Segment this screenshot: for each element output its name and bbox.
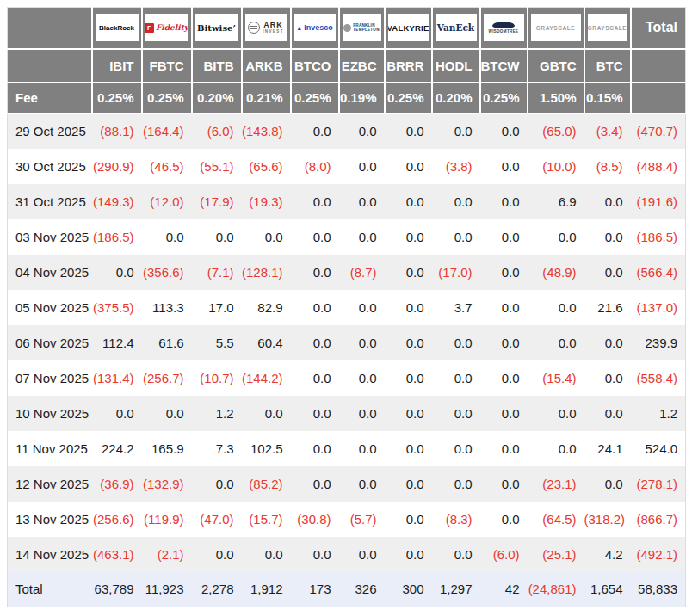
fee-value: 0.25%	[291, 83, 339, 114]
total-value-cell: 1,297	[432, 572, 480, 607]
flow-value-cell: 0.0	[480, 431, 528, 466]
flow-value-cell: 0.0	[528, 396, 584, 431]
flow-value-cell: (164.4)	[142, 114, 192, 149]
flow-value-cell: 0.0	[584, 184, 631, 219]
flow-value-cell: 0.0	[432, 325, 480, 360]
provider-header-cell: WISDOMTREE	[480, 8, 528, 49]
flow-value-cell: 3.7	[432, 290, 480, 325]
flow-value-cell: 0.0	[480, 396, 528, 431]
flow-value-cell: (470.7)	[631, 114, 686, 149]
date-cell: 14 Nov 2025	[8, 537, 92, 572]
flow-value-cell: 0.0	[291, 184, 339, 219]
table-body: 29 Oct 2025(88.1)(164.4)(6.0)(143.8)0.00…	[8, 114, 686, 607]
flow-value-cell: 0.0	[385, 502, 432, 537]
flow-value-cell: 0.0	[584, 255, 631, 290]
flow-value-cell: 0.0	[385, 149, 432, 184]
valkyrie-logo: VALKYRIE	[388, 23, 429, 33]
flow-value-cell: 0.0	[385, 325, 432, 360]
flow-value-cell: 0.0	[432, 360, 480, 396]
provider-header-cell: ▲Invesco	[291, 8, 339, 49]
flow-value-cell: 0.0	[432, 184, 480, 219]
flow-value-cell: (47.0)	[192, 502, 242, 537]
ticker-ARKB: ARKB	[242, 49, 291, 83]
flow-value-cell: (566.4)	[631, 255, 686, 290]
fee-value: 1.50%	[528, 83, 584, 114]
total-value-cell: 42	[480, 572, 528, 607]
flow-value-cell: 224.2	[92, 431, 142, 466]
corner-cell	[8, 8, 92, 49]
flow-value-cell: 524.0	[631, 431, 686, 466]
flow-value-cell: (55.1)	[192, 149, 242, 184]
flow-value-cell: 0.0	[480, 219, 528, 255]
flow-value-cell: (8.3)	[432, 502, 480, 537]
flow-value-cell: 6.9	[528, 184, 584, 219]
logo-box: Bitwise’	[195, 14, 238, 41]
flow-value-cell: 0.0	[480, 290, 528, 325]
fidelity-f-icon: F	[145, 23, 154, 33]
table-row: 05 Nov 2025(375.5)113.317.082.90.00.00.0…	[8, 290, 686, 325]
table-row: 12 Nov 2025(36.9)(132.9)0.0(85.2)0.00.00…	[8, 466, 686, 502]
flow-value-cell: 112.4	[92, 325, 142, 360]
flow-value-cell: 0.0	[339, 149, 385, 184]
total-value-cell: 300	[385, 572, 432, 607]
flow-value-cell: 0.0	[432, 431, 480, 466]
flow-value-cell: (65.6)	[242, 149, 291, 184]
flow-value-cell: 0.0	[432, 396, 480, 431]
flow-value-cell: 0.0	[339, 114, 385, 149]
flow-value-cell: 24.1	[584, 431, 631, 466]
table-row: 11 Nov 2025224.2165.97.3102.50.00.00.00.…	[8, 431, 686, 466]
fee-value: 0.20%	[432, 83, 480, 114]
flow-value-cell: 0.0	[480, 255, 528, 290]
flow-value-cell: 0.0	[192, 537, 242, 572]
flow-value-cell: (25.1)	[528, 537, 584, 572]
flow-value-cell: 165.9	[142, 431, 192, 466]
flow-value-cell: 0.0	[432, 114, 480, 149]
flow-value-cell: (88.1)	[92, 114, 142, 149]
logo-box: ARKINVEST	[245, 14, 287, 41]
flow-value-cell: (5.7)	[339, 502, 385, 537]
wisdomtree-tree-icon	[492, 22, 515, 28]
franklin-circle-icon	[343, 24, 351, 32]
logo-box: FRANKLINTEMPLETON	[343, 14, 381, 41]
fee-value: 0.21%	[242, 83, 291, 114]
flow-value-cell: 17.0	[192, 290, 242, 325]
flow-value-cell: (131.4)	[92, 360, 142, 396]
flow-value-cell: 0.0	[385, 290, 432, 325]
flow-value-cell: 0.0	[385, 466, 432, 502]
total-value-cell: (24,861)	[528, 572, 584, 607]
flow-value-cell: 0.0	[291, 537, 339, 572]
flow-value-cell: 0.0	[385, 219, 432, 255]
total-column-header: Total	[631, 8, 686, 49]
table-row: 29 Oct 2025(88.1)(164.4)(6.0)(143.8)0.00…	[8, 114, 686, 149]
table-row: 04 Nov 20250.0(356.6)(7.1)(128.1)0.0(8.7…	[8, 255, 686, 290]
total-value-cell: 2,278	[192, 572, 242, 607]
flow-value-cell: 0.0	[385, 255, 432, 290]
flow-value-cell: 0.0	[385, 537, 432, 572]
flow-value-cell: 61.6	[142, 325, 192, 360]
flow-value-cell: (6.0)	[192, 114, 242, 149]
flow-value-cell: (30.8)	[291, 502, 339, 537]
flow-value-cell: (143.8)	[242, 114, 291, 149]
bitwise-logo: Bitwise’	[197, 23, 236, 33]
fee-value: 0.15%	[584, 83, 631, 114]
empty-cell	[8, 49, 92, 83]
flow-value-cell: (15.7)	[242, 502, 291, 537]
logo-box: GRAYSCALE	[588, 14, 627, 41]
flow-value-cell: 0.0	[528, 290, 584, 325]
flow-value-cell: 0.0	[291, 114, 339, 149]
flow-value-cell: 0.0	[142, 219, 192, 255]
ticker-IBIT: IBIT	[92, 49, 142, 83]
flow-value-cell: 0.0	[584, 325, 631, 360]
flow-value-cell: (278.1)	[631, 466, 686, 502]
flow-value-cell: (128.1)	[242, 255, 291, 290]
flow-value-cell: 0.0	[291, 219, 339, 255]
flow-value-cell: (10.7)	[192, 360, 242, 396]
date-cell: 11 Nov 2025	[8, 431, 92, 466]
logo-box: VanEck	[436, 14, 477, 41]
flow-value-cell: 0.0	[584, 360, 631, 396]
flow-value-cell: 0.0	[291, 396, 339, 431]
vaneck-logo: VanEck	[437, 22, 474, 33]
invesco-logo: ▲Invesco	[296, 23, 332, 32]
total-value-cell: 11,923	[142, 572, 192, 607]
ticker-BTCW: BTCW	[480, 49, 528, 83]
